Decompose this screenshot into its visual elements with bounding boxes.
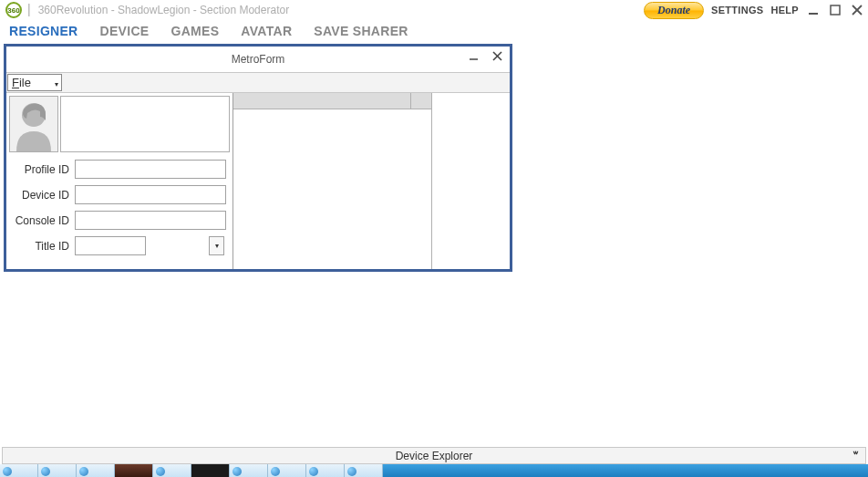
file-menu[interactable]: File ▾	[7, 74, 62, 91]
app-icon	[232, 467, 242, 476]
app-logo-text: 360	[7, 6, 19, 15]
minimize-button[interactable]	[806, 3, 821, 17]
app-title: 360Revolution - ShadowLegion - Section M…	[38, 4, 644, 16]
main-tab-bar: RESIGNER DEVICE GAMES AVATAR SAVE SHARER	[0, 20, 868, 44]
device-id-row: Device ID	[9, 185, 230, 204]
console-id-label: Console ID	[9, 214, 75, 227]
title-id-input[interactable]	[75, 236, 146, 255]
chevron-down-icon: ▾	[215, 242, 219, 250]
taskbar-item[interactable]	[268, 464, 306, 477]
device-id-label: Device ID	[9, 189, 75, 202]
metroform-minimize-button[interactable]	[466, 48, 482, 65]
taskbar-item[interactable]	[230, 464, 268, 477]
titlebar-divider: |	[27, 2, 31, 16]
profile-id-label: Profile ID	[9, 163, 75, 176]
metroform-body: Profile ID Device ID Console ID Title ID…	[6, 93, 510, 269]
metroform-middle-panel	[232, 93, 431, 269]
title-id-row: Title ID ▾	[9, 236, 230, 255]
metroform-left-panel: Profile ID Device ID Console ID Title ID…	[6, 93, 232, 269]
taskbar-item[interactable]	[191, 464, 230, 477]
device-id-input[interactable]	[75, 185, 226, 204]
app-logo: 360	[5, 2, 22, 18]
donate-button[interactable]: Donate	[644, 2, 704, 19]
title-id-dropdown-button[interactable]: ▾	[209, 236, 224, 255]
profile-id-input[interactable]	[75, 160, 226, 179]
app-icon	[41, 467, 50, 476]
profile-name-box	[60, 96, 230, 152]
svg-rect-1	[831, 5, 840, 15]
metroform-right-panel	[431, 93, 510, 269]
titlebar-right: Donate SETTINGS HELP	[644, 2, 864, 19]
taskbar-item[interactable]	[38, 464, 77, 477]
grid-column-1[interactable]	[233, 93, 411, 109]
console-id-input[interactable]	[75, 211, 226, 230]
profile-id-row: Profile ID	[9, 160, 230, 179]
app-icon	[309, 467, 318, 476]
expand-down-icon: ˅˅	[852, 451, 856, 461]
grid-column-2[interactable]	[411, 93, 431, 109]
taskbar-item[interactable]	[153, 464, 191, 477]
grid-header	[233, 93, 431, 109]
taskbar	[0, 464, 868, 477]
help-link[interactable]: HELP	[770, 5, 799, 16]
app-icon	[79, 467, 88, 476]
settings-link[interactable]: SETTINGS	[711, 5, 763, 16]
metroform-close-button[interactable]	[490, 48, 506, 65]
metroform-title: MetroForm	[232, 53, 285, 66]
app-icon	[156, 467, 165, 476]
metroform-window-controls	[466, 48, 506, 65]
console-id-row: Console ID	[9, 211, 230, 230]
taskbar-item[interactable]	[115, 464, 153, 477]
close-button[interactable]	[850, 3, 864, 17]
title-id-label: Title ID	[9, 240, 75, 253]
device-explorer-bar[interactable]: Device Explorer ˅˅	[2, 447, 866, 464]
taskbar-item[interactable]	[0, 464, 38, 477]
device-explorer-label: Device Explorer	[396, 450, 473, 462]
app-icon	[271, 467, 280, 476]
metroform-window: MetroForm File ▾	[4, 44, 512, 272]
tab-avatar[interactable]: AVATAR	[241, 24, 292, 38]
taskbar-item[interactable]	[77, 464, 115, 477]
app-icon	[347, 467, 356, 476]
person-silhouette-icon	[11, 99, 57, 151]
taskbar-item[interactable]	[306, 464, 345, 477]
tab-device[interactable]: DEVICE	[100, 24, 150, 38]
app-titlebar: 360 | 360Revolution - ShadowLegion - Sec…	[0, 0, 868, 20]
chevron-down-icon: ▾	[55, 80, 58, 88]
file-menu-label: File	[12, 76, 31, 89]
metroform-titlebar[interactable]: MetroForm	[6, 47, 510, 72]
tab-save-sharer[interactable]: SAVE SHARER	[314, 24, 408, 38]
grid-body[interactable]	[233, 109, 431, 269]
metroform-menubar: File ▾	[6, 72, 510, 93]
tab-resigner[interactable]: RESIGNER	[9, 24, 78, 38]
app-icon	[3, 467, 12, 476]
avatar-row	[9, 96, 230, 152]
avatar-image	[9, 96, 58, 152]
taskbar-item[interactable]	[345, 464, 383, 477]
maximize-button[interactable]	[828, 3, 842, 17]
tab-games[interactable]: GAMES	[170, 24, 219, 38]
